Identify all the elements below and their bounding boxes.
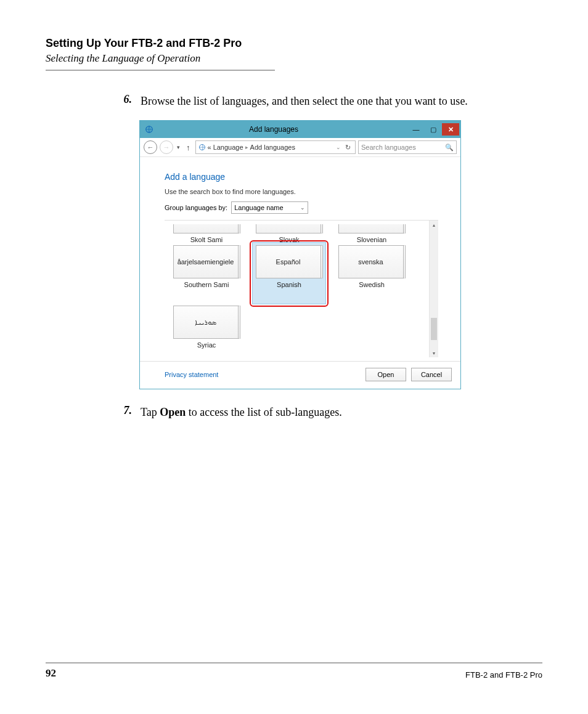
language-tile-slovenian[interactable]: Slovenian: [332, 224, 411, 245]
minimize-button[interactable]: —: [407, 123, 425, 136]
search-icon: 🔍: [445, 144, 454, 152]
history-dropdown-icon[interactable]: ▾: [176, 144, 181, 150]
language-tile-southern-sami[interactable]: åarjel­saemiengiele Southern Sami: [167, 245, 246, 306]
language-native: åarjel­saemiengiele: [178, 258, 234, 266]
window-title: Add languages: [140, 125, 407, 134]
group-by-value: Language name: [234, 204, 284, 211]
scroll-up-icon[interactable]: ▴: [430, 221, 438, 229]
language-label: Swedish: [359, 281, 385, 288]
back-button[interactable]: ←: [144, 140, 157, 154]
doc-subtitle: Selecting the Language of Operation: [46, 52, 542, 65]
language-list: Skolt Sami Slovak Slovenian åarjel­saemi…: [165, 220, 438, 357]
language-native: Español: [276, 258, 301, 266]
language-label: Slovenian: [357, 236, 386, 243]
maximize-button[interactable]: ▢: [425, 123, 442, 136]
divider: [46, 70, 275, 71]
scroll-down-icon[interactable]: ▾: [430, 349, 438, 357]
close-button[interactable]: ✕: [442, 123, 459, 136]
breadcrumb[interactable]: « Language ▸ Add languages ⌄ ↻: [195, 140, 356, 154]
language-label: Syriac: [197, 341, 216, 349]
forward-button[interactable]: →: [160, 140, 173, 154]
language-label: Spanish: [277, 281, 301, 288]
step-number: 6.: [112, 93, 141, 109]
content-area: Add a language Use the search box to fin…: [140, 157, 460, 361]
step-number: 7.: [112, 404, 141, 420]
step-7: 7. Tap Open to access the list of sub-la…: [112, 404, 542, 420]
privacy-link[interactable]: Privacy statement: [165, 371, 218, 378]
chevron-right-icon: ▸: [245, 144, 248, 150]
step-text: Tap Open to access the list of sub-langu…: [141, 404, 342, 420]
scrollbar-thumb[interactable]: [431, 318, 437, 340]
language-tile-swedish[interactable]: svenska Swedish: [332, 245, 411, 306]
content-subtext: Use the search box to find more language…: [165, 188, 438, 195]
add-languages-window: Add languages — ▢ ✕ ← → ▾ ↑ « Language ▸…: [139, 120, 461, 389]
window-buttons: — ▢ ✕: [407, 123, 460, 136]
chevron-down-icon: ⌄: [300, 205, 305, 211]
breadcrumb-dropdown-icon[interactable]: ⌄: [336, 144, 341, 150]
address-bar: ← → ▾ ↑ « Language ▸ Add languages ⌄ ↻ S…: [140, 138, 460, 157]
step-6: 6. Browse the list of languages, and the…: [112, 93, 542, 109]
language-native: svenska: [358, 258, 383, 266]
cancel-button[interactable]: Cancel: [411, 368, 452, 381]
scrollbar[interactable]: ▴ ▾: [429, 221, 438, 357]
search-placeholder: Search languages: [361, 144, 416, 151]
page-footer: 92 FTB-2 and FTB-2 Pro: [46, 662, 542, 680]
breadcrumb-root: «: [208, 144, 211, 151]
dialog-footer: Privacy statement Open Cancel: [140, 361, 460, 389]
breadcrumb-item[interactable]: Language: [213, 144, 243, 151]
product-name: FTB-2 and FTB-2 Pro: [465, 670, 542, 680]
language-tile-syriac[interactable]: ܣܘܪܝܝܐ Syriac: [167, 306, 246, 350]
titlebar[interactable]: Add languages — ▢ ✕: [140, 121, 460, 138]
group-by-label: Group languages by:: [165, 204, 227, 211]
doc-title: Setting Up Your FTB-2 and FTB-2 Pro: [46, 37, 542, 50]
open-button[interactable]: Open: [365, 368, 406, 381]
language-tile-skolt-sami[interactable]: Skolt Sami: [167, 224, 246, 245]
globe-icon: [198, 144, 206, 151]
language-label: Southern Sami: [184, 281, 229, 288]
page-number: 92: [46, 667, 56, 680]
language-label: Skolt Sami: [190, 236, 223, 243]
refresh-icon[interactable]: ↻: [343, 144, 353, 152]
up-button[interactable]: ↑: [184, 143, 193, 152]
language-tile-spanish[interactable]: Español Spanish: [250, 245, 329, 306]
breadcrumb-item[interactable]: Add languages: [250, 144, 295, 151]
search-input[interactable]: Search languages 🔍: [358, 140, 457, 154]
content-heading: Add a language: [165, 172, 438, 182]
step-text: Browse the list of languages, and then s…: [141, 93, 468, 109]
group-by-select[interactable]: Language name ⌄: [231, 201, 308, 214]
language-native: ܣܘܪܝܝܐ: [195, 318, 216, 327]
